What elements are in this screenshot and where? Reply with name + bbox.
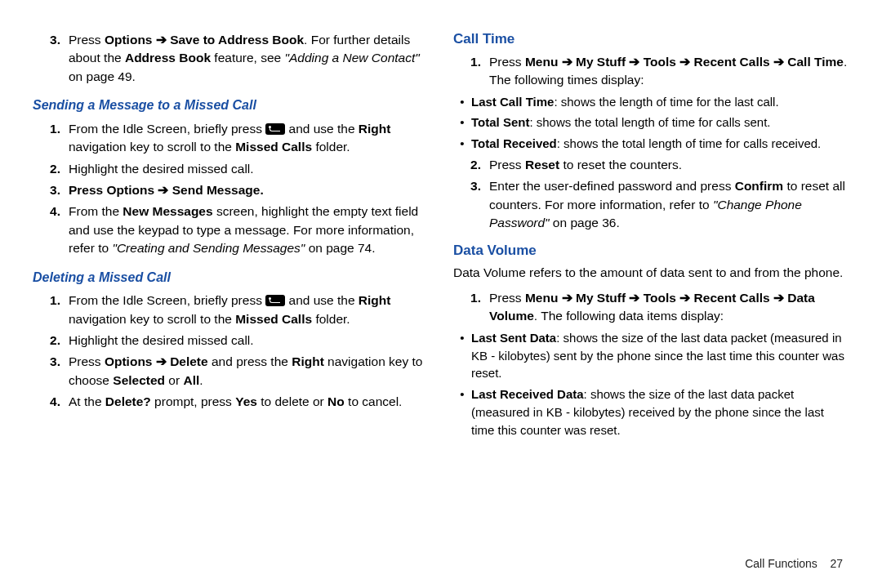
text: "Adding a New Contact" <box>285 51 420 65</box>
text: Options <box>105 33 153 47</box>
text: . The following data items display: <box>534 309 724 323</box>
text: ➔ <box>153 354 171 368</box>
text: Right <box>359 122 391 136</box>
text: to cancel. <box>345 394 403 408</box>
text: Send Message <box>172 183 261 197</box>
text: Options <box>105 354 153 368</box>
text: Press <box>489 55 525 69</box>
text: folder. <box>312 312 350 326</box>
text: . <box>199 373 203 387</box>
text: Confirm <box>735 179 783 193</box>
text: ➔ <box>770 55 788 69</box>
text: Selected <box>113 373 165 387</box>
text: and press the <box>208 354 292 368</box>
text: Press <box>489 158 525 172</box>
text: on page 74. <box>305 241 375 255</box>
footer-page: 27 <box>830 557 843 570</box>
text: : shows the length of time for the last … <box>554 95 778 109</box>
text: Recent Calls <box>694 291 770 305</box>
list-item: 1. Press Menu ➔ My Stuff ➔ Tools ➔ Recen… <box>453 289 849 326</box>
list-item: 1. From the Idle Screen, briefly press a… <box>33 120 429 157</box>
text: Recent Calls <box>694 55 770 69</box>
bullet-item: •Total Sent: shows the total length of t… <box>453 114 849 131</box>
heading-datavolume: Data Volume <box>453 241 849 261</box>
text: ➔ <box>626 291 644 305</box>
text: Press <box>69 33 105 47</box>
text: . <box>260 183 263 197</box>
text: Delete? <box>105 394 151 408</box>
page: 3. Press Options ➔ Save to Address Book.… <box>0 0 882 588</box>
list-item: 2. Highlight the desired missed call. <box>33 332 429 350</box>
text: Press <box>69 183 107 197</box>
text: Reset <box>525 158 559 172</box>
bullet-item: •Last Sent Data: shows the size of the l… <box>453 329 849 382</box>
text: Tools <box>644 291 676 305</box>
text: Total Sent <box>471 115 529 129</box>
text: : shows the total length of time for cal… <box>557 136 822 150</box>
bullet-item: •Total Received: shows the total length … <box>453 135 849 153</box>
text: ➔ <box>153 33 171 47</box>
text: My Stuff <box>576 55 626 69</box>
list-item: 4. From the New Messages screen, highlig… <box>33 203 429 257</box>
text: feature, see <box>211 51 284 65</box>
text: From the Idle Screen, briefly press <box>69 293 265 307</box>
text: and use the <box>285 293 359 307</box>
text: ➔ <box>154 183 172 197</box>
text: Call Time <box>787 55 844 69</box>
list-item: 2. Press Reset to reset the counters. <box>453 156 849 174</box>
text: navigation key to scroll to the <box>69 140 235 154</box>
text: navigation key to scroll to the <box>69 312 235 326</box>
list-item: 2. Highlight the desired missed call. <box>33 160 429 178</box>
list-item: 3. Press Options ➔ Save to Address Book.… <box>33 31 429 86</box>
text: Options <box>107 183 155 197</box>
text: ➔ <box>676 291 694 305</box>
heading-calltime: Call Time <box>453 29 849 50</box>
text: : shows the total length of time for cal… <box>529 115 770 129</box>
text: Yes <box>235 394 257 408</box>
text: Missed Calls <box>235 140 312 154</box>
text: Press <box>69 354 105 368</box>
text: ➔ <box>626 55 644 69</box>
list-item: 1. From the Idle Screen, briefly press a… <box>33 292 429 328</box>
text: ➔ <box>679 55 693 69</box>
text: Total Received <box>471 136 557 150</box>
text: No <box>327 394 345 408</box>
text: At the <box>69 394 105 408</box>
list-item: 4. At the Delete? prompt, press Yes to d… <box>33 393 429 411</box>
text: My Stuff <box>576 291 626 305</box>
text: to reset the counters. <box>559 158 682 172</box>
text: on page 36. <box>550 216 620 229</box>
heading-sending: Sending a Message to a Missed Call <box>33 96 429 114</box>
text: Right <box>292 354 324 368</box>
footer-label: Call Functions <box>745 557 817 570</box>
text: Menu <box>525 55 558 69</box>
page-footer: Call Functions 27 <box>745 557 843 570</box>
left-column: 3. Press Options ➔ Save to Address Book.… <box>33 28 429 583</box>
text: Menu <box>525 291 558 305</box>
text: From the Idle Screen, briefly press <box>69 122 265 136</box>
text: Highlight the desired missed call. <box>69 160 429 178</box>
heading-deleting: Deleting a Missed Call <box>33 268 429 287</box>
text: Right <box>359 293 391 307</box>
text: Tools <box>644 55 680 69</box>
bullet-item: •Last Received Data: shows the size of t… <box>453 385 849 439</box>
text: and use the <box>285 122 359 136</box>
text: Last Call Time <box>471 95 554 109</box>
list-item: 3. Press Options ➔ Delete and press the … <box>33 353 429 390</box>
text: Highlight the desired missed call. <box>69 332 429 350</box>
right-column: Call Time 1. Press Menu ➔ My Stuff ➔ Too… <box>453 28 849 583</box>
phone-key-icon <box>265 123 285 135</box>
text: New Messages <box>122 204 212 218</box>
text: or <box>165 373 183 387</box>
text: on page 49. <box>69 69 136 83</box>
list-item: 1. Press Menu ➔ My Stuff ➔ Tools ➔ Recen… <box>453 53 849 90</box>
text: Address Book <box>125 51 211 65</box>
text: Missed Calls <box>235 312 312 326</box>
text: Last Received Data <box>471 387 584 401</box>
text: Delete <box>170 354 208 368</box>
text: Enter the user-defined password and pres… <box>489 179 735 193</box>
text: Save to Address Book <box>170 33 304 47</box>
text: to delete or <box>257 394 327 408</box>
text: ➔ <box>558 291 576 305</box>
text: Last Sent Data <box>471 331 556 345</box>
